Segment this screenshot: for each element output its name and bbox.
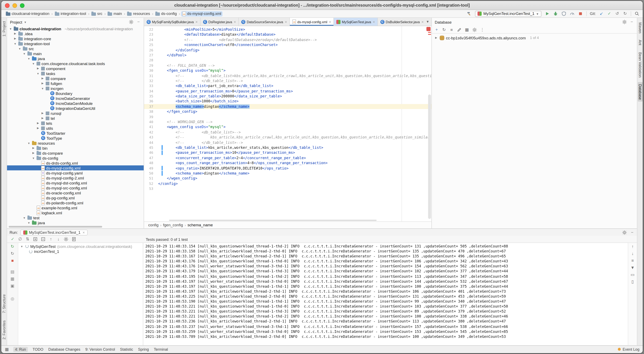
tree-row[interactable]: ▶utils	[7, 126, 144, 131]
tree-row[interactable]: ds-drds-config.xml	[7, 161, 144, 166]
tree-toggle[interactable]: ▶	[41, 112, 44, 115]
code-line[interactable]: 53	[144, 186, 432, 191]
tree-row[interactable]: ▼java	[7, 220, 144, 225]
chevron-down-icon[interactable]: ▼	[24, 20, 26, 23]
code-line[interactable]: 52</config>	[144, 181, 432, 186]
tree-row[interactable]: ▼tasks	[7, 71, 144, 76]
code-line[interactable]: 23 <defaultDatabase>dingtax</defaultData…	[144, 32, 432, 37]
code-line[interactable]: 27 </dsPool>	[144, 53, 432, 58]
editor-breadcrumb-item[interactable]: fgen_config	[163, 223, 183, 227]
hide-panel-icon[interactable]: −	[136, 19, 141, 24]
commit-icon[interactable]: ✓	[607, 11, 612, 16]
code-line[interactable]: 38 </fgen_config>	[144, 109, 432, 114]
code-line[interactable]: 24 <!-- <defaultDatabase>zeroday</defaul…	[144, 37, 432, 42]
code-line[interactable]: 42 <!-- <db_table_list>-->	[144, 130, 432, 135]
debug-icon[interactable]	[553, 11, 558, 16]
breadcrumb-item[interactable]: ds-mysql-config.xml	[181, 11, 222, 16]
tree-toggle[interactable]: ▼	[22, 216, 26, 219]
tree-toggle[interactable]: ▼	[27, 221, 31, 224]
settings-icon[interactable]	[129, 19, 134, 24]
tree-row[interactable]: ds-mysql-config.xml	[7, 166, 144, 170]
profiler-icon[interactable]	[570, 11, 574, 16]
statusbar-item[interactable]: Database Changes	[48, 347, 80, 352]
code-line[interactable]: 40 <!-- WORKLOAD_GEN -->	[144, 119, 432, 125]
tree-row[interactable]: ▼com.clougence.cloudcanal.task.tools	[7, 61, 144, 66]
error-indicator-icon[interactable]	[426, 27, 430, 31]
console-output[interactable]: 2021-10-29 11:48:33.154 [null_kbs_questi…	[143, 243, 628, 345]
tree-toggle[interactable]: ▶	[36, 67, 40, 70]
tree-toggle[interactable]: ▼	[36, 72, 40, 75]
toolwindow-button[interactable]: Ant	[638, 38, 642, 47]
close-tab-icon[interactable]: ×	[83, 230, 85, 234]
editor-breadcrumb-item[interactable]: schema_name	[188, 223, 213, 227]
tree-toggle[interactable]: ▼	[20, 245, 24, 248]
code-line[interactable]: 32 <!-- </db_table_list>-->	[144, 78, 432, 84]
tree-toggle[interactable]: ▼	[13, 42, 17, 45]
tree-toggle[interactable]: ▶	[13, 32, 17, 35]
rollback-icon[interactable]: ↺	[615, 11, 620, 16]
tree-toggle[interactable]: ▼	[32, 157, 35, 159]
toolwindow-button[interactable]: 7: Structure	[2, 292, 6, 315]
tree-row[interactable]: ▼ds-config	[7, 156, 144, 161]
code-line[interactable]: 31 <!-- <db_table_list>kbs_article,kbs_a…	[144, 73, 432, 78]
tree-row[interactable]: ▶.idea	[7, 31, 144, 36]
tree-row[interactable]: ▶component	[7, 66, 144, 71]
tree-row[interactable]: ▶integration-core	[7, 36, 144, 41]
code-line[interactable]: 22 <minPoolSize>5</minPoolSize>	[144, 27, 432, 32]
database-panel-header[interactable]: Database −	[432, 18, 637, 26]
test-settings-icon[interactable]	[64, 237, 68, 242]
toolwindow-switcher-icon[interactable]: ▦	[4, 347, 9, 352]
update-project-icon[interactable]: ↙	[599, 11, 604, 16]
code-line[interactable]: 45 <db_table_list>kbs_article,worker_sta…	[144, 145, 432, 150]
tree-row[interactable]: ▶fullgen	[7, 81, 144, 86]
project-tree[interactable]: ▼cloudcanal-integration~/source/product/…	[7, 26, 144, 228]
editor-tab[interactable]: DataSourceService.java×	[239, 18, 290, 26]
test-tree[interactable]: ▼ MySqlGenTest (com.clougence.cloudcanal…	[18, 243, 143, 345]
hide-panel-icon[interactable]: −	[630, 19, 634, 24]
next-failed-icon[interactable]: ↓	[56, 237, 60, 242]
scroll-to-end-icon[interactable]: ▼	[630, 265, 635, 270]
settings-icon[interactable]	[622, 19, 627, 24]
toolwindow-button[interactable]: Bean Validation	[638, 50, 642, 79]
code-line[interactable]: 51 </wgen_config>	[144, 176, 432, 181]
code-line[interactable]: 36 <batch_size>1000</batch_size>	[144, 99, 432, 104]
tree-toggle[interactable]: ▼	[32, 62, 35, 65]
code-line[interactable]: 37 <schema_name>dingtax</schema_name>	[144, 104, 432, 109]
code-line[interactable]: 26 </dsConfig>	[144, 47, 432, 53]
settings-icon[interactable]	[622, 230, 627, 235]
test-tree-row[interactable]: ▼ MySqlGenTest (com.clougence.cloudcanal…	[18, 244, 143, 249]
tree-toggle[interactable]: ▼	[9, 27, 12, 30]
vertical-scrollbar[interactable]	[428, 95, 431, 219]
breadcrumb-item[interactable]: ds-config	[154, 11, 178, 16]
hidden-tabs-icon[interactable]: ▼	[424, 18, 432, 26]
stop-icon[interactable]: ■	[10, 258, 15, 263]
settings-icon[interactable]	[472, 27, 477, 32]
tree-toggle[interactable]: ▼	[27, 57, 31, 60]
tree-row[interactable]: ▼test	[7, 215, 144, 220]
layout-icon[interactable]: ▣	[10, 284, 15, 289]
code-line[interactable]: 34 <pause_per_transaction_ms>0</pause_pe…	[144, 88, 432, 94]
statusbar-item[interactable]: Statistic	[120, 347, 133, 352]
close-tab-icon[interactable]: ×	[329, 20, 331, 24]
code-line[interactable]: 30 <fgen_config useDs="mysql">	[144, 68, 432, 73]
to-top-icon[interactable]: ↑	[630, 244, 635, 249]
soft-wrap-icon[interactable]: ≡	[630, 258, 635, 263]
dump-threads-icon[interactable]: ▤	[10, 269, 15, 274]
editor-tab[interactable]: MySqlGenTest.java×	[334, 18, 378, 26]
titlebar[interactable]: cloudcanal-integration [~/source/product…	[1, 1, 643, 10]
code-line[interactable]: 28	[144, 58, 432, 63]
tree-row[interactable]: ▼java	[7, 56, 144, 61]
code-line[interactable]: 44 <!-- </db_table_list>-->	[144, 140, 432, 145]
tree-toggle[interactable]: ▶	[41, 77, 44, 80]
tree-row[interactable]: ▶ds-compare	[7, 151, 144, 156]
code-line[interactable]: 29 <!-- FULL_DATA_GEN -->	[144, 63, 432, 68]
error-stripe-mark[interactable]	[428, 32, 431, 33]
run-tab[interactable]: MySqlGenTest.incrGenTest_1 ×	[20, 229, 88, 235]
tree-row[interactable]: ▼integration-tool	[7, 41, 144, 46]
tree-toggle[interactable]: ▼	[41, 87, 44, 90]
coverage-icon[interactable]	[561, 11, 566, 16]
statusbar-item[interactable]: Spring	[138, 347, 149, 352]
tree-toggle[interactable]: ▶	[36, 126, 40, 130]
tree-toggle[interactable]: ▶	[36, 122, 40, 125]
pin-icon[interactable]: ◎	[10, 296, 15, 301]
